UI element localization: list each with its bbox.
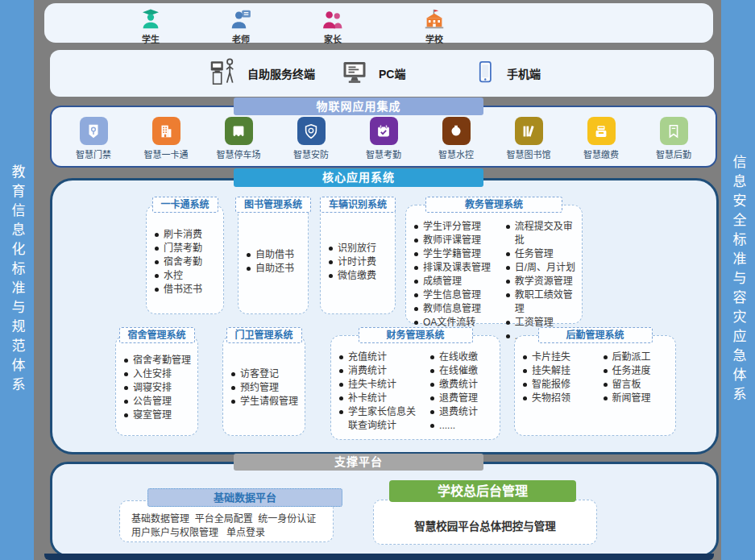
system-box-title: 财务管理系统	[358, 327, 472, 343]
system-box-academic: 教务管理系统 学生评分管理教师评课管理学生学籍管理排课及课表管理成绩管理学生信息…	[405, 205, 583, 324]
system-item-list: 自助借书自助还书	[239, 205, 308, 313]
list-item: 水控	[155, 269, 218, 283]
system-item-list: 刷卡消费门禁考勤宿舍考勤水控借书还书	[147, 205, 223, 313]
iot-label: 智慧水控	[438, 147, 474, 160]
list-item: 学生家长信息关联查询统计	[339, 405, 422, 433]
core-applications-panel: 一卡通系统 刷卡消费门禁考勤宿舍考勤水控借书还书 图书管理系统 自助借书自助还书…	[50, 178, 719, 454]
right-sidebar-label: 信息安全标准与容灾应急体系	[732, 155, 745, 406]
system-box-title: 图书管理系统	[235, 197, 311, 213]
list-item: 自助借书	[247, 248, 303, 262]
core-section-header: 核心应用系统	[234, 168, 483, 187]
list-item: 自助还书	[247, 262, 303, 276]
list-item: 后勤派工	[604, 351, 676, 364]
user-label: 学校	[425, 32, 443, 45]
system-box-title: 门卫管理系统	[226, 327, 301, 343]
iot-item-logistics: 智慧后勤	[643, 117, 704, 160]
system-item-list: 卡片挂失挂失解挂智能报修失物招领	[515, 336, 595, 435]
school-admin-desc: 智慧校园平台总体把控与管理	[414, 511, 556, 533]
security-icon	[297, 117, 326, 145]
iot-item-access: 智慧门禁	[63, 117, 124, 160]
left-standards-sidebar: 教育信息化标准与规范体系	[0, 0, 34, 560]
student-icon	[139, 7, 163, 31]
list-item: 学生学籍管理	[414, 247, 498, 261]
list-item: 学生信息管理	[414, 288, 498, 302]
list-item: 刷卡消费	[155, 228, 218, 242]
list-item: 入住安排	[124, 367, 193, 381]
terminal-group-pc: PC端	[340, 50, 405, 97]
basic-data-platform-tab: 基础数据平台	[147, 488, 342, 507]
parents-icon	[321, 7, 345, 31]
iot-item-parking: 智慧停车场	[208, 117, 269, 160]
user-roles-panel: 学生 老师 家长 学校	[44, 3, 713, 43]
list-item: 留言板	[604, 378, 676, 392]
list-item: 教学资源管理	[506, 275, 582, 288]
access-control-icon	[80, 117, 108, 145]
list-item: 成绩管理	[414, 275, 498, 288]
basic-platform-line: 用户账户与权限管理 单点登录	[131, 526, 325, 540]
list-item: 消费统计	[339, 364, 422, 378]
list-item: 调寝安排	[124, 381, 193, 395]
school-icon	[422, 7, 446, 31]
list-item: 任务管理	[506, 247, 582, 261]
library-icon	[515, 117, 543, 145]
system-box-title: 宿舍管理系统	[118, 327, 194, 343]
list-item: 公告管理	[124, 395, 193, 409]
list-item: 教师信息管理	[414, 302, 498, 316]
list-item: 充值统计	[339, 351, 422, 364]
list-item: 学生请假管理	[231, 395, 300, 409]
school-admin-tab: 学校总后台管理	[389, 480, 576, 502]
user-group-school: 学校	[409, 7, 460, 45]
list-item: 寝室管理	[124, 409, 193, 422]
system-box-vehicle: 车辆识别系统 识别放行计时计费微信缴费	[320, 205, 396, 314]
user-label: 学生	[142, 32, 160, 45]
user-label: 家长	[324, 32, 342, 45]
parking-icon	[225, 117, 253, 145]
list-item: 访客登记	[231, 367, 300, 381]
list-item: 流程提交及审批	[506, 220, 582, 247]
iot-item-library: 智慧图书馆	[498, 117, 559, 160]
system-item-list: 宿舍考勤管理入住安排调寝安排公告管理寝室管理	[116, 336, 197, 435]
list-item: 排课及课表管理	[414, 261, 498, 275]
iot-item-onecard: 智慧一卡通	[135, 117, 197, 160]
system-item-list: 识别放行计时计费微信缴费	[321, 205, 395, 313]
list-item: 预约管理	[231, 381, 300, 395]
system-box-title: 教务管理系统	[425, 197, 562, 213]
list-item: 计时计费	[329, 255, 390, 269]
list-item: 学生评分管理	[414, 220, 498, 234]
list-item: 缴费统计	[430, 378, 500, 392]
kiosk-icon	[207, 55, 238, 92]
iot-item-payment: 智慧缴费	[570, 117, 632, 160]
list-item: 挂失解挂	[523, 364, 595, 378]
list-item: 智能报修	[523, 378, 595, 392]
list-item: 补卡统计	[339, 392, 422, 405]
system-item-list: 充值统计消费统计挂失卡统计补卡统计学生家长信息关联查询统计	[331, 336, 422, 439]
iot-label: 智慧门禁	[76, 147, 111, 160]
water-icon	[442, 117, 471, 145]
list-item: ......	[430, 419, 500, 433]
list-item: 教职工绩效管理	[506, 288, 582, 316]
iot-label: 智慧图书馆	[507, 147, 551, 160]
list-item: 宿舍考勤	[155, 255, 218, 269]
list-item: 微信缴费	[329, 269, 390, 283]
system-box-title: 车辆识别系统	[320, 197, 396, 213]
system-item-list: 访客登记预约管理学生请假管理	[223, 336, 305, 435]
support-platform-panel: 基础数据平台 基础数据管理 平台全局配置 统一身份认证 用户账户与权限管理 单点…	[50, 462, 719, 557]
iot-section-header: 物联网应用集成	[234, 97, 483, 115]
onecard-icon	[152, 117, 180, 145]
system-box-title: 后勤管理系统	[537, 327, 652, 343]
system-item-list: 后勤派工任务进度留言板新闻管理	[595, 336, 676, 435]
user-group-teacher: 老师	[215, 7, 267, 45]
list-item: 失物招领	[523, 392, 595, 405]
list-item: 挂失卡统计	[339, 378, 422, 392]
iot-label: 智慧安防	[293, 147, 329, 160]
iot-item-security: 智慧安防	[280, 117, 342, 160]
terminal-label: 自助服务终端	[247, 65, 315, 81]
list-item: 宿舍考勤管理	[124, 354, 193, 367]
system-box-dormitory: 宿舍管理系统 宿舍考勤管理入住安排调寝安排公告管理寝室管理	[115, 335, 198, 436]
iot-label: 智慧考勤	[366, 147, 401, 160]
right-security-sidebar: 信息安全标准与容灾应急体系	[721, 0, 755, 560]
system-box-onecard: 一卡通系统 刷卡消费门禁考勤宿舍考勤水控借书还书	[146, 205, 224, 314]
attendance-icon	[370, 117, 398, 145]
system-box-logistics: 后勤管理系统 卡片挂失挂失解挂智能报修失物招领 后勤派工任务进度留言板新闻管理	[514, 335, 676, 436]
list-item: 借书还书	[155, 283, 218, 297]
